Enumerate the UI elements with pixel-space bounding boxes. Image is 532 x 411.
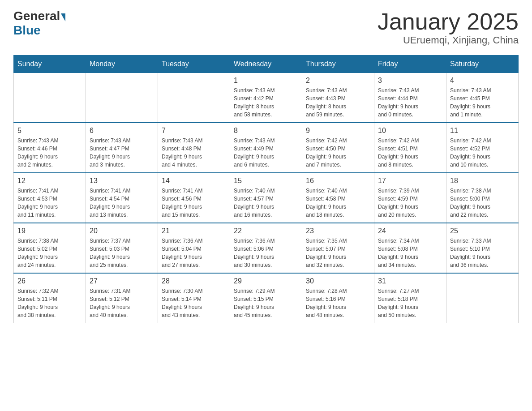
col-tuesday: Tuesday (158, 56, 230, 73)
calendar-day-cell: 27Sunrise: 7:31 AM Sunset: 5:12 PM Dayli… (86, 273, 158, 323)
day-info: Sunrise: 7:43 AM Sunset: 4:45 PM Dayligh… (450, 86, 515, 119)
day-info: Sunrise: 7:42 AM Sunset: 4:51 PM Dayligh… (378, 137, 442, 169)
day-info: Sunrise: 7:35 AM Sunset: 5:07 PM Dayligh… (306, 237, 370, 269)
day-info: Sunrise: 7:43 AM Sunset: 4:44 PM Dayligh… (378, 86, 442, 119)
day-info: Sunrise: 7:29 AM Sunset: 5:15 PM Dayligh… (234, 287, 298, 319)
day-number: 28 (162, 277, 226, 285)
calendar-day-cell: 3Sunrise: 7:43 AM Sunset: 4:44 PM Daylig… (374, 73, 446, 123)
day-number: 2 (306, 77, 370, 85)
col-sunday: Sunday (14, 56, 86, 73)
day-number: 19 (17, 227, 82, 235)
day-info: Sunrise: 7:28 AM Sunset: 5:16 PM Dayligh… (306, 287, 370, 319)
calendar-day-cell: 23Sunrise: 7:35 AM Sunset: 5:07 PM Dayli… (302, 223, 374, 273)
day-number: 27 (90, 277, 154, 285)
day-number: 16 (306, 177, 370, 185)
calendar-day-cell (446, 273, 519, 323)
day-number: 15 (234, 177, 298, 185)
calendar-day-cell: 28Sunrise: 7:30 AM Sunset: 5:14 PM Dayli… (158, 273, 230, 323)
calendar-day-cell: 15Sunrise: 7:40 AM Sunset: 4:57 PM Dayli… (230, 173, 302, 223)
calendar-day-cell: 7Sunrise: 7:43 AM Sunset: 4:48 PM Daylig… (158, 123, 230, 173)
day-info: Sunrise: 7:27 AM Sunset: 5:18 PM Dayligh… (378, 287, 442, 319)
day-info: Sunrise: 7:31 AM Sunset: 5:12 PM Dayligh… (90, 287, 154, 319)
day-info: Sunrise: 7:38 AM Sunset: 5:00 PM Dayligh… (450, 187, 515, 219)
calendar-week-row: 5Sunrise: 7:43 AM Sunset: 4:46 PM Daylig… (14, 123, 519, 173)
day-info: Sunrise: 7:41 AM Sunset: 4:53 PM Dayligh… (17, 187, 82, 219)
calendar-day-cell: 22Sunrise: 7:36 AM Sunset: 5:06 PM Dayli… (230, 223, 302, 273)
col-wednesday: Wednesday (230, 56, 302, 73)
logo-general-text: General (13, 9, 65, 23)
col-friday: Friday (374, 56, 446, 73)
day-info: Sunrise: 7:36 AM Sunset: 5:04 PM Dayligh… (162, 237, 226, 269)
day-number: 24 (378, 227, 442, 235)
day-number: 26 (17, 277, 82, 285)
calendar-day-cell: 6Sunrise: 7:43 AM Sunset: 4:47 PM Daylig… (86, 123, 158, 173)
calendar-day-cell: 10Sunrise: 7:42 AM Sunset: 4:51 PM Dayli… (374, 123, 446, 173)
day-number: 30 (306, 277, 370, 285)
day-number: 1 (234, 77, 298, 85)
logo-general-word: General (13, 9, 60, 23)
day-info: Sunrise: 7:43 AM Sunset: 4:42 PM Dayligh… (234, 86, 298, 119)
calendar-day-cell: 19Sunrise: 7:38 AM Sunset: 5:02 PM Dayli… (14, 223, 86, 273)
location-title: UEruemqi, Xinjiang, China (378, 34, 519, 46)
calendar-day-cell: 29Sunrise: 7:29 AM Sunset: 5:15 PM Dayli… (230, 273, 302, 323)
day-number: 17 (378, 177, 442, 185)
calendar-day-cell: 30Sunrise: 7:28 AM Sunset: 5:16 PM Dayli… (302, 273, 374, 323)
day-number: 9 (306, 127, 370, 135)
day-number: 3 (378, 77, 442, 85)
calendar-week-row: 12Sunrise: 7:41 AM Sunset: 4:53 PM Dayli… (14, 173, 519, 223)
day-number: 22 (234, 227, 298, 235)
calendar-week-row: 19Sunrise: 7:38 AM Sunset: 5:02 PM Dayli… (14, 223, 519, 273)
col-thursday: Thursday (302, 56, 374, 73)
calendar-header-row: Sunday Monday Tuesday Wednesday Thursday… (14, 56, 519, 73)
day-info: Sunrise: 7:30 AM Sunset: 5:14 PM Dayligh… (162, 287, 226, 319)
day-info: Sunrise: 7:38 AM Sunset: 5:02 PM Dayligh… (17, 237, 82, 269)
calendar-day-cell: 8Sunrise: 7:43 AM Sunset: 4:49 PM Daylig… (230, 123, 302, 173)
day-number: 5 (17, 127, 82, 135)
day-number: 14 (162, 177, 226, 185)
calendar-week-row: 26Sunrise: 7:32 AM Sunset: 5:11 PM Dayli… (14, 273, 519, 323)
calendar-day-cell: 4Sunrise: 7:43 AM Sunset: 4:45 PM Daylig… (446, 73, 519, 123)
calendar-day-cell: 14Sunrise: 7:41 AM Sunset: 4:56 PM Dayli… (158, 173, 230, 223)
day-info: Sunrise: 7:42 AM Sunset: 4:50 PM Dayligh… (306, 137, 370, 169)
calendar-day-cell: 16Sunrise: 7:40 AM Sunset: 4:58 PM Dayli… (302, 173, 374, 223)
day-number: 31 (378, 277, 442, 285)
day-info: Sunrise: 7:34 AM Sunset: 5:08 PM Dayligh… (378, 237, 442, 269)
calendar-day-cell: 2Sunrise: 7:43 AM Sunset: 4:43 PM Daylig… (302, 73, 374, 123)
calendar-day-cell: 5Sunrise: 7:43 AM Sunset: 4:46 PM Daylig… (14, 123, 86, 173)
calendar-day-cell: 24Sunrise: 7:34 AM Sunset: 5:08 PM Dayli… (374, 223, 446, 273)
calendar-day-cell: 17Sunrise: 7:39 AM Sunset: 4:59 PM Dayli… (374, 173, 446, 223)
day-info: Sunrise: 7:43 AM Sunset: 4:46 PM Dayligh… (17, 137, 82, 169)
day-number: 25 (450, 227, 515, 235)
day-info: Sunrise: 7:42 AM Sunset: 4:52 PM Dayligh… (450, 137, 515, 169)
month-title: January 2025 (378, 9, 519, 34)
col-saturday: Saturday (446, 56, 519, 73)
calendar-day-cell (86, 73, 158, 123)
calendar-day-cell: 11Sunrise: 7:42 AM Sunset: 4:52 PM Dayli… (446, 123, 519, 173)
day-info: Sunrise: 7:43 AM Sunset: 4:49 PM Dayligh… (234, 137, 298, 169)
day-number: 12 (17, 177, 82, 185)
col-monday: Monday (86, 56, 158, 73)
day-info: Sunrise: 7:40 AM Sunset: 4:57 PM Dayligh… (234, 187, 298, 219)
day-number: 10 (378, 127, 442, 135)
day-info: Sunrise: 7:43 AM Sunset: 4:47 PM Dayligh… (90, 137, 154, 169)
calendar-day-cell (158, 73, 230, 123)
day-info: Sunrise: 7:43 AM Sunset: 4:43 PM Dayligh… (306, 86, 370, 119)
day-number: 7 (162, 127, 226, 135)
logo-blue-text: Blue (13, 23, 41, 38)
calendar-day-cell: 20Sunrise: 7:37 AM Sunset: 5:03 PM Dayli… (86, 223, 158, 273)
day-number: 23 (306, 227, 370, 235)
day-number: 29 (234, 277, 298, 285)
calendar-day-cell: 13Sunrise: 7:41 AM Sunset: 4:54 PM Dayli… (86, 173, 158, 223)
day-number: 13 (90, 177, 154, 185)
day-info: Sunrise: 7:33 AM Sunset: 5:10 PM Dayligh… (450, 237, 515, 269)
day-info: Sunrise: 7:39 AM Sunset: 4:59 PM Dayligh… (378, 187, 442, 219)
calendar-day-cell: 31Sunrise: 7:27 AM Sunset: 5:18 PM Dayli… (374, 273, 446, 323)
logo-arrow-icon (61, 13, 65, 21)
calendar-day-cell (14, 73, 86, 123)
day-info: Sunrise: 7:43 AM Sunset: 4:48 PM Dayligh… (162, 137, 226, 169)
day-number: 21 (162, 227, 226, 235)
calendar-day-cell: 12Sunrise: 7:41 AM Sunset: 4:53 PM Dayli… (14, 173, 86, 223)
day-number: 4 (450, 77, 515, 85)
day-number: 18 (450, 177, 515, 185)
day-info: Sunrise: 7:37 AM Sunset: 5:03 PM Dayligh… (90, 237, 154, 269)
